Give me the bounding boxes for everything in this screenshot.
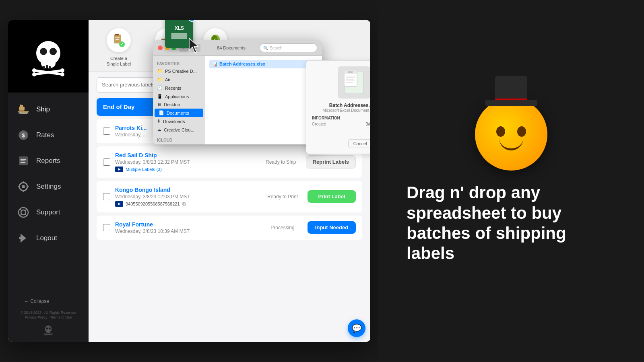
finder-item-ps-creative[interactable]: 📁 PS Creative D... <box>153 67 205 75</box>
eod-label: End of Day <box>103 103 134 110</box>
reprint-labels-button[interactable]: Reprint Labels <box>306 155 356 169</box>
links-text: Privacy Policy · Terms of Use <box>16 315 80 319</box>
shipment-info-3: Kongo Bongo Island Wednesday, 3/8/23 12:… <box>115 187 258 207</box>
sidebar-item-rates[interactable]: $ Rates <box>8 122 89 148</box>
shipment-checkbox-3[interactable] <box>103 193 110 200</box>
reports-icon <box>16 154 31 168</box>
create-single-label-btn[interactable]: ✓ Create aSingle Label <box>101 28 137 67</box>
sidebar-footer: ← Collapse © 2014-2023 - All Rights Rese… <box>8 289 89 342</box>
app-window: Ship $ Rates <box>8 20 370 342</box>
sidebar: Ship $ Rates <box>8 20 89 342</box>
apps-icon: 📱 <box>157 94 163 99</box>
svg-point-41 <box>46 331 50 333</box>
shipment-name-4[interactable]: Royal Fortune <box>115 221 258 228</box>
svg-line-34 <box>20 214 22 216</box>
svg-rect-15 <box>21 104 21 106</box>
finder-item-documents[interactable]: 📄 Documents <box>155 109 203 117</box>
finder-cancel-button[interactable]: Cancel <box>348 139 370 148</box>
shipment-name-3[interactable]: Kongo Bongo Island <box>115 187 258 193</box>
sidebar-item-label-rates: Rates <box>36 131 54 139</box>
shipment-checkbox-4[interactable] <box>103 224 110 231</box>
svg-marker-55 <box>189 38 198 53</box>
file-picker-overlay: XLS + <box>153 40 322 144</box>
hat <box>485 76 537 106</box>
finder-item-air[interactable]: 📁 Air <box>153 75 205 84</box>
promo-text: Drag n' drop any spreadsheet to buy batc… <box>407 183 616 264</box>
shipment-checkbox-2[interactable] <box>103 158 110 166</box>
print-label-button[interactable]: Print Label <box>308 190 356 203</box>
table-row: Kongo Bongo Island Wednesday, 3/8/23 12:… <box>97 181 362 212</box>
finder-item-icloud-drive[interactable]: ☁ iCloud Drive <box>153 143 205 144</box>
finder-search-placeholder: Search <box>270 46 283 50</box>
sidebar-collapse-btn[interactable]: ← Collapse <box>16 295 80 307</box>
finder-item-applications[interactable]: 📱 Applications <box>153 92 205 101</box>
shipment-info-2: Red Sail D Ship Wednesday, 3/8/23 12:32 … <box>115 152 256 172</box>
finder-search-box[interactable]: 🔍 Search <box>260 43 317 52</box>
logout-icon <box>16 231 31 245</box>
clock-icon: 🕐 <box>157 85 163 90</box>
input-needed-button-4[interactable]: Input Needed <box>308 221 356 234</box>
svg-point-2 <box>40 48 47 55</box>
close-window-btn[interactable] <box>158 45 163 50</box>
file-preview-panel: XLSX Batch Addresses.xlsx Microsoft Exce… <box>306 60 370 154</box>
right-eye <box>517 126 526 137</box>
create-single-icon: ✓ <box>107 28 131 52</box>
create-single-label-text: Create aSingle Label <box>107 56 131 67</box>
multiple-labels-2[interactable]: Multiple Labels (3) <box>126 167 162 172</box>
finder-item-downloads[interactable]: ⬇ Downloads <box>153 117 205 125</box>
sidebar-item-support[interactable]: Support <box>8 200 89 225</box>
svg-line-32 <box>20 209 22 211</box>
emoji-mascot <box>475 98 547 171</box>
shipment-date-2: Wednesday, 3/8/23 12:32 PM MST <box>115 159 256 165</box>
svg-line-35 <box>25 214 27 216</box>
finder-sidebar-pane: Favorites 📁 PS Creative D... 📁 Air 🕐 Rec… <box>153 56 205 144</box>
settings-icon <box>16 179 31 194</box>
sidebar-item-reports[interactable]: Reports <box>8 148 89 174</box>
desktop-icon: 🖥 <box>157 102 161 107</box>
sidebar-item-label-settings: Settings <box>36 183 61 191</box>
finder-item-desktop[interactable]: 🖥 Desktop <box>153 101 205 109</box>
sidebar-item-ship[interactable]: Ship <box>8 97 89 122</box>
smile <box>499 138 523 150</box>
finder-item-creative-cloud[interactable]: ☁ Creative Clou... <box>153 125 205 134</box>
svg-rect-29 <box>27 186 29 187</box>
right-panel: Drag n' drop any spreadsheet to buy batc… <box>378 0 644 362</box>
left-eye <box>496 126 505 137</box>
svg-rect-37 <box>19 237 24 239</box>
usps-badge-3: ▶ <box>115 201 123 207</box>
rates-icon: $ <box>16 128 31 142</box>
shipment-date-4: Wednesday, 3/8/23 10:39 AM MST <box>115 228 258 234</box>
ship-icon <box>16 102 31 117</box>
finder-section-icloud: iCloud <box>153 136 205 143</box>
finder-body: Favorites 📁 PS Creative D... 📁 Air 🕐 Rec… <box>153 56 322 144</box>
cloud-icon: ☁ <box>157 127 161 132</box>
svg-text:XLSX: XLSX <box>348 71 353 73</box>
svg-rect-28 <box>18 186 20 187</box>
sidebar-item-settings[interactable]: Settings <box>8 174 89 200</box>
copy-icon-3[interactable]: ⧉ <box>182 201 186 207</box>
face-features <box>496 126 526 150</box>
eyes-row <box>496 126 526 137</box>
hat-top <box>495 76 527 100</box>
finder-dialog: ‹ › 84 Documents 🔍 Search Favorites 📁 P <box>153 40 322 144</box>
document-icon: 📄 <box>159 110 164 115</box>
svg-point-10 <box>60 68 64 72</box>
shipment-checkbox-1[interactable] <box>103 128 110 135</box>
mascot-area <box>475 98 547 171</box>
finder-item-recents[interactable]: 🕐 Recents <box>153 84 205 92</box>
svg-text:✓: ✓ <box>120 41 124 47</box>
copyright-text: © 2014-2023 - All Rights Reserved <box>16 311 80 315</box>
finder-selected-file[interactable]: 📊 Batch Addresses.xlsx <box>209 60 318 68</box>
sidebar-item-label-support: Support <box>36 208 60 216</box>
file-preview-name: Batch Addresses.xlsx <box>312 103 370 108</box>
sidebar-logo <box>8 20 89 93</box>
shipment-name-2[interactable]: Red Sail D Ship <box>115 152 256 158</box>
svg-point-11 <box>60 72 64 76</box>
shipment-info-4: Royal Fortune Wednesday, 3/8/23 10:39 AM… <box>115 221 258 234</box>
info-created-val: 3/6/23, 12:36 PM <box>366 122 370 126</box>
chat-bubble-button[interactable]: 💬 <box>348 319 365 337</box>
svg-point-9 <box>32 68 36 72</box>
table-row: Royal Fortune Wednesday, 3/8/23 10:39 AM… <box>97 216 362 240</box>
sidebar-item-logout[interactable]: Logout <box>8 225 89 251</box>
svg-rect-45 <box>115 34 119 35</box>
